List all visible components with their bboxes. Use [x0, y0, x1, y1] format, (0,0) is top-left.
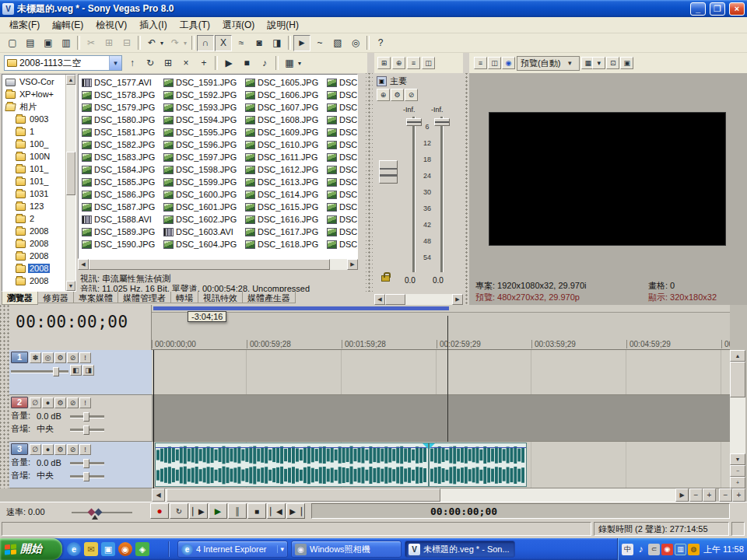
tree-item[interactable]: XP+low+	[3, 88, 65, 100]
volume-envelope[interactable]	[156, 447, 428, 448]
video-properties-icon[interactable]: ≡	[474, 57, 487, 69]
file-item[interactable]: DSC_1601.JPG	[162, 201, 244, 213]
file-item[interactable]: DSC_1578.JPG	[80, 89, 162, 101]
track-zoom-out-button[interactable]: −	[730, 465, 745, 477]
dock-tab[interactable]: 瀏覽器	[2, 292, 38, 305]
dock-grip[interactable]	[464, 73, 469, 305]
cursor-time-display[interactable]: 00:00:00;00	[430, 506, 497, 517]
slider-thumb[interactable]	[83, 459, 89, 468]
redo-dropdown-icon[interactable]: ▾	[181, 35, 189, 51]
record-button[interactable]: ●	[150, 503, 169, 519]
automation-icon[interactable]: !	[79, 352, 91, 363]
tree-item[interactable]: 2008	[3, 262, 65, 275]
dock-tab[interactable]: 轉場	[170, 292, 198, 303]
event-edge-handle[interactable]	[423, 443, 428, 449]
file-item[interactable]: DSC_1579.JPG	[80, 101, 162, 114]
up-level-icon[interactable]: ↑	[124, 55, 141, 72]
track-header-3[interactable]: 3 ∅●⚙⊘! 音量: 0.0 dB 音場: 中央	[9, 442, 152, 488]
master-mute-icon[interactable]: ⊘	[405, 89, 418, 101]
file-item[interactable]: DSC_1605.JPG	[244, 76, 325, 89]
tree-item[interactable]: 100_	[3, 138, 65, 150]
tree-item[interactable]: 101_	[3, 163, 65, 175]
track-level-icon[interactable]: ◧	[70, 365, 82, 376]
ignore-grouping-icon[interactable]: ◨	[268, 35, 286, 51]
tree-item[interactable]: 123	[3, 200, 65, 212]
track-number[interactable]: 3	[11, 443, 28, 455]
file-item[interactable]: DSC_1596.JPG	[162, 138, 244, 151]
file-item[interactable]: DSC_1587.JPG	[80, 201, 162, 213]
scroll-thumb[interactable]	[730, 362, 745, 397]
file-item[interactable]: DSC_1595.JPG	[162, 126, 244, 138]
file-item[interactable]: DSC_	[325, 163, 358, 176]
volume-slider[interactable]	[70, 415, 104, 418]
file-item[interactable]: DSC_	[325, 89, 358, 101]
edit-cursor[interactable]	[153, 350, 154, 488]
media-player-icon[interactable]: ◉	[118, 542, 132, 556]
mute-icon[interactable]: ⊘	[67, 352, 79, 363]
tree-item[interactable]: 2008	[3, 275, 65, 287]
add-favorite-icon[interactable]: +	[195, 55, 212, 72]
file-item[interactable]: DSC_1594.JPG	[162, 114, 244, 126]
timeline-hscrollbar[interactable]: ◀ ▶	[152, 488, 689, 502]
mute-icon[interactable]: ⊘	[67, 444, 79, 455]
file-item[interactable]: DSC_	[325, 188, 358, 201]
tree-item[interactable]: 101_	[3, 175, 65, 187]
tree-item[interactable]: 1031	[3, 187, 65, 200]
go-to-start-button[interactable]: ▏◀	[267, 503, 286, 519]
dock-tab[interactable]: 修剪器	[37, 292, 74, 303]
taskbar-task-camera[interactable]: ◉ Windows照相機	[291, 541, 402, 558]
automation-icon[interactable]: !	[79, 444, 91, 455]
update-icon[interactable]: ◍	[688, 544, 700, 555]
track-number[interactable]: 1	[11, 352, 28, 363]
selection-edit-tool-icon[interactable]: ▧	[329, 35, 346, 51]
dock-grip[interactable]	[366, 73, 373, 292]
track-fx-icon[interactable]: ⚙	[54, 444, 66, 455]
antivirus-icon[interactable]: ◉	[661, 544, 673, 555]
file-item[interactable]: DSC_	[325, 101, 358, 114]
file-item[interactable]: DSC_	[325, 213, 358, 226]
file-item[interactable]: DSC_1606.JPG	[244, 89, 325, 101]
menu-item[interactable]: 編輯(E)	[46, 17, 89, 33]
file-item[interactable]: DSC_1586.JPG	[80, 188, 162, 201]
copy-icon[interactable]: ⊞	[100, 35, 117, 51]
tree-item[interactable]: 2008	[3, 237, 65, 250]
file-item[interactable]: DSC_1607.JPG	[244, 101, 325, 114]
menu-item[interactable]: 選項(O)	[216, 17, 261, 33]
tree-item[interactable]: 2	[3, 212, 65, 225]
file-item[interactable]: DSC_1604.JPG	[162, 238, 244, 250]
tree-item[interactable]: 2008	[3, 225, 65, 237]
track-zoom-in-button[interactable]: +	[730, 477, 745, 488]
event-edge-handle[interactable]	[430, 443, 435, 449]
file-item[interactable]: DSC_1589.JPG	[80, 226, 162, 238]
delete-icon[interactable]: ×	[177, 55, 195, 72]
ime-icon[interactable]: 中	[622, 544, 633, 555]
menu-item[interactable]: 檢視(V)	[89, 17, 133, 33]
save-snapshot-icon[interactable]: ▣	[620, 57, 633, 69]
mail-icon[interactable]: ✉	[84, 542, 98, 556]
enable-snapping-icon[interactable]: ∩	[197, 35, 214, 51]
tree-item[interactable]: 相片	[3, 100, 65, 113]
file-item[interactable]: DSC_	[325, 126, 358, 138]
automation-icon[interactable]: !	[79, 397, 91, 408]
overlays-dropdown-icon[interactable]: ▾	[592, 57, 605, 69]
file-item[interactable]: DSC_1616.JPG	[244, 213, 325, 226]
audio-event[interactable]	[155, 443, 429, 487]
scroll-thumb[interactable]	[385, 294, 405, 305]
paste-icon[interactable]: ⊟	[118, 35, 135, 51]
file-item[interactable]: DSC_1602.JPG	[162, 213, 244, 226]
file-item[interactable]: DSC_	[325, 226, 358, 238]
audio-track-lane-3[interactable]	[152, 442, 730, 488]
slider-thumb[interactable]	[83, 425, 89, 435]
taskbar-task-internet-explorer[interactable]: e 4 Internet Explorer ▾	[177, 541, 288, 558]
audio-track-lane-2[interactable]	[152, 395, 730, 442]
combo-dropdown-icon[interactable]: ▾	[109, 56, 121, 70]
dock-tab[interactable]: 媒體產生器	[242, 292, 296, 303]
volume-icon[interactable]: ♪	[635, 544, 647, 555]
file-item[interactable]: DSC_1599.JPG	[162, 176, 244, 188]
file-item[interactable]: DSC_1577.AVI	[80, 76, 162, 89]
pause-button[interactable]: ║	[228, 503, 247, 519]
tree-item[interactable]: VSO-Cor	[3, 75, 65, 88]
file-item[interactable]: DSC_1612.JPG	[244, 163, 325, 176]
restore-button[interactable]: ❐	[710, 2, 725, 16]
compositing-mode-icon[interactable]: ◨	[82, 365, 94, 376]
